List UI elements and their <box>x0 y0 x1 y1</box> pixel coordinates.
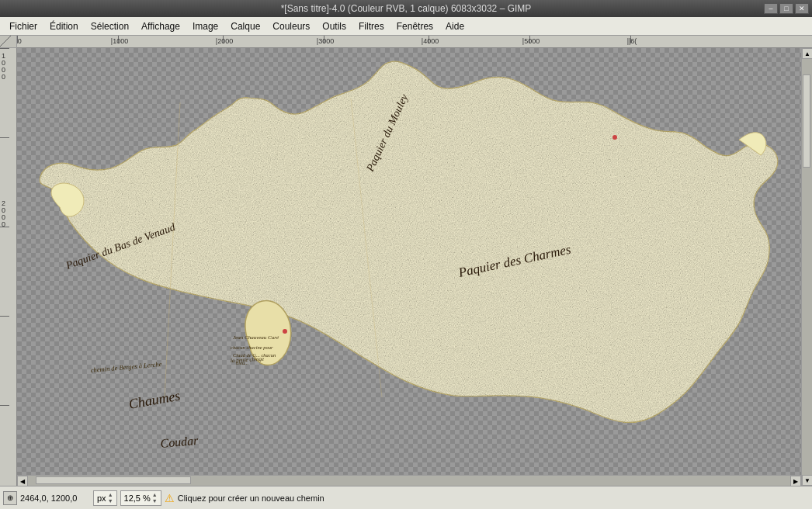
window-title: *[Sans titre]-4.0 (Couleur RVB, 1 calque… <box>281 3 532 14</box>
ruler-top-container: |0|1000|2000|3000|4000|5000||6( <box>0 36 812 48</box>
unit-selector[interactable]: px ▲ ▼ <box>93 490 117 506</box>
scroll-track-vertical[interactable] <box>802 59 812 475</box>
unit-down-arrow[interactable]: ▼ <box>108 498 113 504</box>
scroll-right-button[interactable]: ▶ <box>790 476 801 486</box>
maximize-button[interactable]: □ <box>779 3 793 14</box>
ruler-corner <box>0 36 17 48</box>
menu-outils[interactable]: Outils <box>316 19 352 33</box>
map-label-chaumes: Chaumes <box>127 388 181 412</box>
menu-filtres[interactable]: Filtres <box>352 19 390 33</box>
menu-fenetres[interactable]: Fenêtres <box>390 19 439 33</box>
scroll-left-button[interactable]: ◀ <box>17 476 28 486</box>
minimize-button[interactable]: – <box>764 3 778 14</box>
menu-calque[interactable]: Calque <box>224 19 266 33</box>
ruler-top: |0|1000|2000|3000|4000|5000||6( <box>17 36 812 48</box>
map-mark-1 <box>283 329 287 334</box>
menu-edition[interactable]: Édition <box>43 19 85 33</box>
map-image: Paquier du Bas de Venaud Paquier du Moul… <box>25 56 793 452</box>
menu-affichage[interactable]: Affichage <box>135 19 186 33</box>
scroll-thumb-vertical[interactable] <box>803 74 810 168</box>
scroll-thumb-horizontal[interactable] <box>36 476 191 484</box>
title-bar: *[Sans titre]-4.0 (Couleur RVB, 1 calque… <box>0 0 812 17</box>
menu-selection[interactable]: Sélection <box>85 19 135 33</box>
menu-image[interactable]: Image <box>186 19 224 33</box>
status-message: Cliquez pour créer un nouveau chemin <box>178 493 324 503</box>
coordinates-display: 2464,0, 1200,0 <box>20 493 90 503</box>
menu-bar: Fichier Édition Sélection Affichage Imag… <box>0 17 812 36</box>
scroll-down-button[interactable]: ▼ <box>802 475 812 486</box>
unit-arrows[interactable]: ▲ ▼ <box>108 492 113 504</box>
zoom-down-arrow[interactable]: ▼ <box>152 498 158 504</box>
status-bar: ⊕ 2464,0, 1200,0 px ▲ ▼ 12,5 % ▲ ▼ ⚠ Cli… <box>0 486 812 509</box>
map-label-note4: Claud de G... chacun <box>233 352 276 358</box>
map-label-note5: dieu... <box>236 360 248 365</box>
map-label-note3: chacun chacine pour <box>231 345 273 350</box>
scroll-up-button[interactable]: ▲ <box>802 48 812 59</box>
map-label-chemin: chemin de Berges à Lerche <box>90 360 162 374</box>
horizontal-scrollbar[interactable]: ◀ ▶ <box>17 475 801 486</box>
zoom-up-arrow[interactable]: ▲ <box>152 492 158 498</box>
canvas-area[interactable]: Paquier du Bas de Venaud Paquier du Moul… <box>17 48 801 475</box>
tool-indicator[interactable]: ⊕ <box>3 491 17 505</box>
menu-couleurs[interactable]: Couleurs <box>266 19 316 33</box>
unit-up-arrow[interactable]: ▲ <box>108 492 113 498</box>
map-label-coudar: Coudar <box>160 434 200 450</box>
zoom-arrows[interactable]: ▲ ▼ <box>152 492 158 504</box>
menu-aide[interactable]: Aide <box>439 19 470 33</box>
warning-icon: ⚠ <box>165 492 175 504</box>
scroll-track-horizontal[interactable] <box>28 476 790 486</box>
map-svg: Paquier du Bas de Venaud Paquier du Moul… <box>25 56 793 452</box>
zoom-value: 12,5 % <box>124 493 151 503</box>
ruler-left: 10002000 <box>0 48 17 486</box>
map-label-note2: Jean Chauveau Curé <box>233 334 279 341</box>
map-mark-2 <box>612 135 617 140</box>
vertical-scrollbar[interactable]: ▲ ▼ <box>801 48 812 486</box>
main-area: 10002000 <box>0 48 812 486</box>
menu-fichier[interactable]: Fichier <box>3 19 43 33</box>
window-controls[interactable]: – □ ✕ <box>764 3 809 14</box>
close-button[interactable]: ✕ <box>795 3 809 14</box>
zoom-display[interactable]: 12,5 % ▲ ▼ <box>120 490 161 506</box>
unit-value: px <box>97 493 106 503</box>
